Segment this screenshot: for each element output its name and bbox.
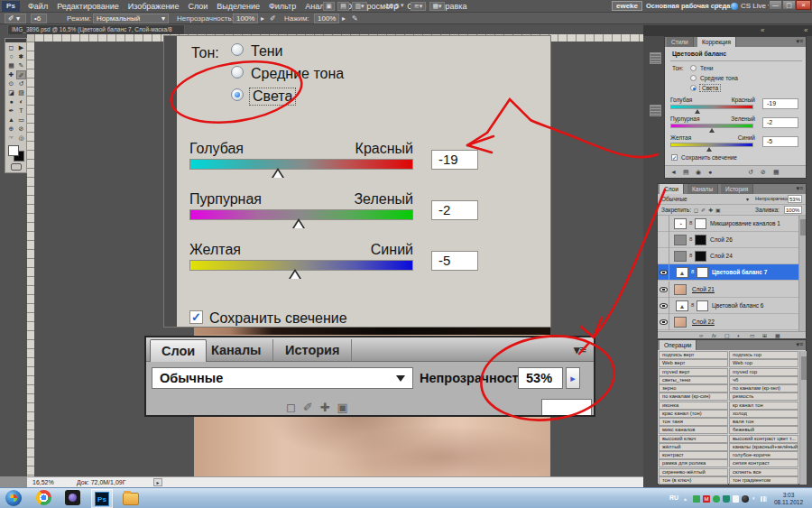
layer-row-selected[interactable]: ▲ 8 Цветовой баланс 7 <box>658 264 798 281</box>
action-button[interactable]: светы_тени <box>659 376 728 384</box>
delete-layer-icon[interactable]: ▦ <box>775 332 780 339</box>
radio-midtones[interactable] <box>690 75 697 81</box>
radio-highlights-label[interactable]: Света <box>249 88 296 106</box>
eraser-tool-icon[interactable]: ◪ <box>6 88 16 97</box>
slider2-thumb[interactable] <box>709 128 715 133</box>
visibility-cell[interactable] <box>658 232 669 248</box>
history-brush-tool-icon[interactable]: ↺ <box>16 79 26 88</box>
tab-history[interactable]: История <box>274 339 352 362</box>
launch-bridge-icon[interactable]: ▣ <box>323 2 335 11</box>
slider2-value[interactable]: -2 <box>431 200 478 220</box>
mask-thumb[interactable] <box>697 300 708 311</box>
radio-shadows[interactable] <box>231 43 244 56</box>
visibility-cell[interactable] <box>658 264 669 281</box>
collapse-panels-icon[interactable]: « <box>761 25 764 36</box>
action-button[interactable]: подпись гор <box>729 351 798 359</box>
action-button[interactable]: рамка для ролика <box>659 459 728 467</box>
slider3-thumb[interactable] <box>706 147 712 152</box>
tab-layers[interactable]: Слои <box>150 339 207 362</box>
mask-thumb[interactable] <box>697 267 708 278</box>
blur-tool-icon[interactable]: ● <box>6 97 16 106</box>
photoshop-active-frame[interactable]: Ps <box>91 489 113 508</box>
layer-style-icon[interactable]: fx <box>712 332 716 339</box>
action-button[interactable]: высокий контраст цвет т... <box>729 435 798 443</box>
screen-mode-icon[interactable]: ▦▾ <box>429 2 445 11</box>
visibility-cell[interactable] <box>658 282 669 298</box>
action-button[interactable]: подпись верт <box>659 351 728 359</box>
tool-preset-icon[interactable]: ✐ ▾ <box>5 14 26 23</box>
opacity-spinner-icon[interactable]: ▸ <box>566 367 580 389</box>
layers-scrollbar[interactable] <box>798 216 806 331</box>
action-button[interactable]: myved верт <box>659 368 728 376</box>
pen-tool-icon[interactable]: ✒ <box>6 106 16 115</box>
action-button[interactable]: зерно <box>659 384 728 393</box>
tab-history[interactable]: История <box>721 184 753 194</box>
layer-row[interactable]: Слой 22 <box>658 314 798 330</box>
eye-icon[interactable] <box>660 319 668 325</box>
radio-highlights[interactable] <box>231 88 244 101</box>
visibility-cell[interactable] <box>658 298 669 314</box>
chrome-icon[interactable] <box>36 490 51 505</box>
healing-brush-tool-icon[interactable]: ✚ <box>6 70 16 79</box>
zoom-percent[interactable]: 16,52% <box>32 479 54 485</box>
panel-menu-icon[interactable]: ▾≡ <box>796 185 803 192</box>
slider1-thumb[interactable] <box>695 109 700 114</box>
tray-icon-green-circle[interactable] <box>713 495 720 503</box>
eye-icon[interactable] <box>660 287 668 292</box>
collapse-dock-icon[interactable]: « <box>804 25 807 36</box>
blend-mode-select[interactable]: Обычные <box>152 367 413 389</box>
tablet-opacity-icon[interactable]: ✐ <box>270 14 276 23</box>
slider1-thumb[interactable] <box>272 168 284 178</box>
blend-mode-select[interactable]: Обычные <box>661 196 687 202</box>
crop-tool-icon[interactable]: ▦ <box>6 61 16 70</box>
slider3-value[interactable]: -5 <box>762 136 798 147</box>
layer-row[interactable]: 8 Слой 24 <box>658 248 798 264</box>
workspace-more-icon[interactable]: » <box>716 1 721 10</box>
return-to-list-icon[interactable]: ◄ <box>670 166 677 179</box>
workspace-user-button[interactable]: eweke <box>612 1 642 11</box>
radio-shadows-label[interactable]: Тени <box>700 65 713 71</box>
tray-network-icon[interactable] <box>761 496 767 502</box>
rect-marquee-tool-icon[interactable]: ◻ <box>6 43 16 52</box>
language-indicator[interactable]: RU <box>669 494 678 501</box>
zoom-tool-icon[interactable]: ◎ <box>16 134 26 143</box>
link-layers-icon[interactable]: ∞ <box>699 332 703 339</box>
slider1-value[interactable]: -19 <box>762 98 798 109</box>
layer-row[interactable]: ◔ 8 Микширование каналов 1 <box>658 216 798 232</box>
tab-channels[interactable]: Каналы <box>200 339 273 362</box>
zoom-caret-icon[interactable]: ▾ <box>401 2 404 9</box>
foreground-color-swatch[interactable] <box>8 145 19 156</box>
action-button[interactable]: тон градиентом <box>729 476 798 485</box>
action-button[interactable]: резкость <box>729 393 798 401</box>
tab-adjustments[interactable]: Коррекция <box>697 37 736 47</box>
eye-icon[interactable] <box>660 303 668 309</box>
window-close-button[interactable]: × <box>796 0 811 10</box>
clone-stamp-tool-icon[interactable]: ⊙ <box>6 79 16 88</box>
cs-live-button[interactable]: CS Live ▾ <box>741 2 771 10</box>
action-button[interactable]: иконка <box>659 402 728 410</box>
tray-icon-flag[interactable] <box>733 495 739 503</box>
layer-thumb[interactable] <box>674 317 687 328</box>
opacity-spinner-icon[interactable]: ▸ <box>261 14 264 23</box>
action-button[interactable]: сепия контраст <box>729 459 798 467</box>
3d-orbit-tool-icon[interactable]: ⊘ <box>16 125 26 134</box>
visibility-cell[interactable] <box>658 216 669 232</box>
preserve-luminosity-checkbox[interactable]: ✓ <box>671 154 678 161</box>
zoom-level[interactable]: 16,5 <box>385 2 400 10</box>
collapsed-panel-icon-1[interactable] <box>650 52 661 64</box>
scrollbar-thumb[interactable] <box>800 219 806 236</box>
new-adjustment-icon[interactable]: ◐ <box>737 332 741 339</box>
slider3-thumb[interactable] <box>289 269 301 279</box>
menu-file[interactable]: Файл <box>23 0 52 13</box>
slider3-value[interactable]: -5 <box>431 251 478 271</box>
quick-mask-icon[interactable] <box>11 163 22 171</box>
action-button[interactable]: сиренево-жёлтый <box>659 468 728 476</box>
status-options-icon[interactable]: ▸ <box>153 478 162 486</box>
flow-spinner-icon[interactable]: ▸ <box>342 14 346 23</box>
tab-channels[interactable]: Каналы <box>687 184 718 194</box>
slider3-track[interactable] <box>670 143 753 147</box>
new-group-icon[interactable]: ▭ <box>750 332 755 339</box>
channel-mixer-thumb-icon[interactable]: ◔ <box>674 218 687 229</box>
explorer-icon[interactable] <box>123 493 139 505</box>
radio-midtones-label[interactable]: Средние тона <box>251 66 344 82</box>
